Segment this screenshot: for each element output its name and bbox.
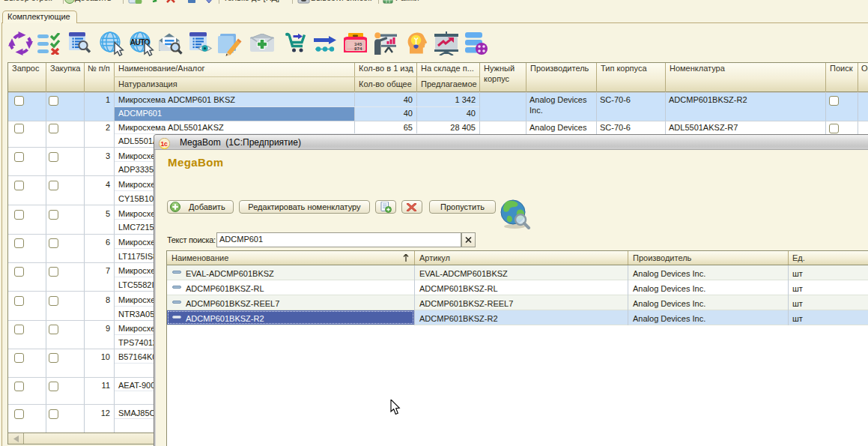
svg-text:874: 874 xyxy=(354,46,362,52)
svg-text:1с: 1с xyxy=(160,140,168,148)
